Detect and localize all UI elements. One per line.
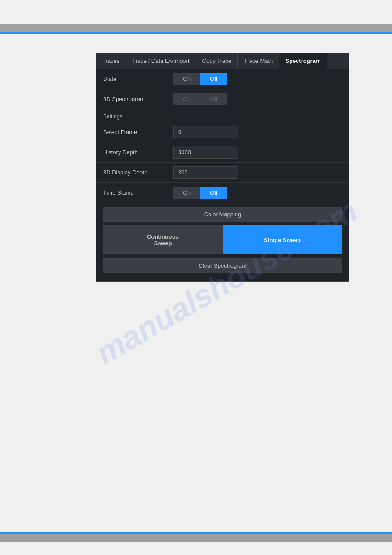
- spectrogram3d-off-button[interactable]: Off: [200, 93, 227, 105]
- sweep-row: ContinuousSweep Single Sweep: [103, 225, 342, 254]
- tab-trace-math[interactable]: Trace Math: [238, 53, 279, 69]
- panel: Traces Trace / Data Ex/Import Copy Trace…: [96, 53, 349, 282]
- bottom-padding: [96, 277, 349, 281]
- tabs-row: Traces Trace / Data Ex/Import Copy Trace…: [96, 53, 349, 69]
- tab-traces[interactable]: Traces: [96, 53, 126, 69]
- timestamp-toggle-group: On Off: [173, 187, 227, 199]
- select-frame-input[interactable]: [173, 126, 238, 138]
- timestamp-label: Time Stamp: [103, 189, 173, 196]
- history-depth-row: History Depth: [96, 142, 349, 163]
- clear-spectrogram-button[interactable]: Clear Spectrogram: [103, 258, 342, 273]
- timestamp-row: Time Stamp On Off: [96, 183, 349, 203]
- spectrogram3d-label: 3D Spectrogram: [103, 96, 173, 102]
- history-depth-label: History Depth: [103, 149, 173, 156]
- spectrogram3d-on-button[interactable]: On: [173, 93, 200, 105]
- select-frame-row: Select Frame: [96, 122, 349, 142]
- panel-container: Traces Trace / Data Ex/Import Copy Trace…: [96, 53, 349, 282]
- state-row: State On Off: [96, 69, 349, 89]
- continuous-sweep-button[interactable]: ContinuousSweep: [103, 225, 223, 254]
- settings-section-label: Settings: [103, 113, 122, 120]
- spectrogram3d-toggle-group: On Off: [173, 93, 227, 105]
- display-depth-input[interactable]: [173, 166, 238, 179]
- state-off-button[interactable]: Off: [200, 73, 227, 85]
- display-depth-label: 3D Display Depth: [103, 169, 173, 176]
- timestamp-off-button[interactable]: Off: [200, 187, 227, 199]
- select-frame-label: Select Frame: [103, 129, 173, 135]
- history-depth-input[interactable]: [173, 146, 238, 159]
- tab-spectrogram[interactable]: Spectrogram: [279, 53, 327, 69]
- settings-section-row: Settings: [96, 109, 349, 122]
- display-depth-row: 3D Display Depth: [96, 163, 349, 183]
- spectrogram3d-row: 3D Spectrogram On Off: [96, 89, 349, 109]
- tab-copy-trace[interactable]: Copy Trace: [196, 53, 238, 69]
- bottom-bar: [0, 534, 392, 542]
- state-toggle-group: On Off: [173, 73, 227, 85]
- state-label: State: [103, 76, 173, 82]
- color-mapping-button[interactable]: Color Mapping: [103, 207, 342, 222]
- state-on-button[interactable]: On: [173, 73, 200, 85]
- top-bar: [0, 24, 392, 32]
- content-area: State On Off 3D Spectrogram On Off Setti…: [96, 69, 349, 281]
- tab-trace-data-eximport[interactable]: Trace / Data Ex/Import: [126, 53, 196, 69]
- timestamp-on-button[interactable]: On: [173, 187, 200, 199]
- top-bar-accent: [0, 32, 392, 34]
- single-sweep-button[interactable]: Single Sweep: [223, 225, 342, 254]
